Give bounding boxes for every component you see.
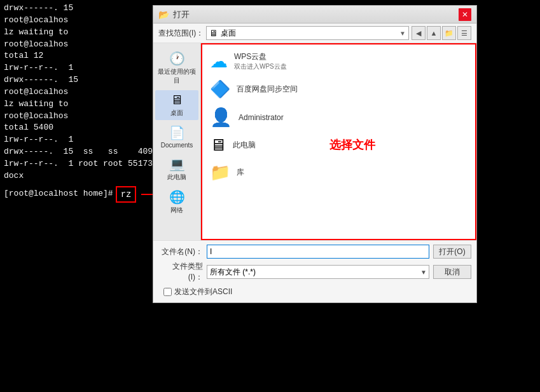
- library-name: 库: [237, 167, 244, 178]
- location-combo-arrow: ▼: [399, 30, 406, 37]
- dialog-title-area: 📂 打开: [158, 9, 190, 20]
- cancel-button[interactable]: 取消: [433, 265, 471, 279]
- sidebar-item-recent[interactable]: 🕐 最近使用的项目: [155, 48, 198, 88]
- open-button[interactable]: 打开(O): [433, 245, 471, 259]
- this-pc-info: 此电脑: [233, 140, 256, 151]
- documents-icon: 📄: [169, 125, 185, 140]
- library-icon: 📁: [210, 163, 230, 182]
- sidebar-item-network[interactable]: 🌐 网络: [155, 187, 198, 217]
- sidebar-recent-label: 最近使用的项目: [156, 67, 197, 85]
- sidebar-network-label: 网络: [170, 206, 183, 215]
- ascii-checkbox-label: 发送文件到ASCII: [174, 287, 232, 297]
- wps-cloud-icon: ☁: [210, 51, 228, 72]
- baidu-cloud-name: 百度网盘同步空间: [237, 84, 298, 95]
- filename-row: 文件名(N)： 打开(O): [158, 245, 471, 259]
- toolbar-location-label: 查找范围(I)：: [158, 28, 204, 39]
- sidebar-documents-label: Documents: [161, 142, 193, 149]
- location-combo-text: 桌面: [221, 28, 397, 39]
- wps-cloud-info: WPS云盘 双击进入WPS云盘: [234, 51, 287, 71]
- desktop-icon: 🖥: [170, 93, 183, 107]
- dialog-toolbar: 查找范围(I)： 🖥 桌面 ▼ ◀ ▲ 📁 ☰: [153, 24, 476, 43]
- file-item-administrator[interactable]: 👤 Administrator: [205, 103, 473, 132]
- toolbar-nav-buttons: ◀ ▲ 📁 ☰: [412, 26, 471, 40]
- network-icon: 🌐: [169, 189, 185, 205]
- file-item-baidu-cloud[interactable]: 🔷 百度网盘同步空间: [205, 76, 473, 103]
- checkbox-row: 发送文件到ASCII: [158, 285, 471, 299]
- toolbar-new-folder-button[interactable]: 📁: [442, 26, 456, 40]
- dialog-title-text: 打开: [173, 9, 190, 20]
- this-pc-icon: 🖥: [210, 135, 226, 155]
- rz-command-box: rz: [116, 186, 137, 203]
- dialog-title-icon: 📂: [158, 10, 169, 20]
- computer-icon: 💻: [169, 156, 185, 172]
- dialog-titlebar: 📂 打开 ✕: [153, 6, 476, 24]
- toolbar-up-button[interactable]: ▲: [427, 26, 441, 40]
- filetype-row: 文件类型(I)： ▼ 取消: [158, 261, 471, 283]
- filename-label: 文件名(N)：: [158, 247, 203, 257]
- file-item-library[interactable]: 📁 库: [205, 159, 473, 186]
- ascii-checkbox[interactable]: [163, 288, 172, 296]
- wps-cloud-desc: 双击进入WPS云盘: [234, 62, 287, 71]
- file-open-dialog[interactable]: 📂 打开 ✕ 查找范围(I)： 🖥 桌面 ▼ ◀ ▲ 📁 ☰ 🕐 最近使用的项目: [153, 5, 477, 303]
- file-item-wps-cloud[interactable]: ☁ WPS云盘 双击进入WPS云盘: [205, 47, 473, 76]
- this-pc-name: 此电脑: [233, 140, 256, 151]
- sidebar-computer-label: 此电脑: [167, 173, 186, 182]
- file-list: ☁ WPS云盘 双击进入WPS云盘 🔷 百度网盘同步空间 👤: [202, 44, 475, 189]
- location-combo[interactable]: 🖥 桌面 ▼: [206, 26, 409, 40]
- dialog-close-button[interactable]: ✕: [459, 8, 471, 21]
- dialog-body: 🕐 最近使用的项目 🖥 桌面 📄 Documents 💻 此电脑 🌐 网络: [153, 43, 476, 240]
- filename-input[interactable]: [207, 245, 429, 259]
- location-combo-icon: 🖥: [209, 28, 218, 38]
- filetype-label: 文件类型(I)：: [158, 261, 203, 283]
- file-item-this-pc[interactable]: 🖥 此电脑: [205, 132, 473, 159]
- sidebar-item-documents[interactable]: 📄 Documents: [155, 123, 198, 151]
- toolbar-view-button[interactable]: ☰: [457, 26, 471, 40]
- dialog-bottom-controls: 文件名(N)： 打开(O) 文件类型(I)： ▼ 取消 发送文件到ASCII: [153, 240, 476, 302]
- filetype-combo-wrapper: ▼: [207, 265, 429, 279]
- terminal-prompt: [root@localhost home]#: [4, 188, 113, 200]
- administrator-info: Administrator: [239, 113, 284, 122]
- sidebar-item-desktop[interactable]: 🖥 桌面: [155, 90, 198, 120]
- dialog-file-content[interactable]: 选择文件 ☁ WPS云盘 双击进入WPS云盘 🔷 百度网盘同步空间: [201, 43, 476, 240]
- baidu-cloud-icon: 🔷: [210, 79, 230, 99]
- library-info: 库: [237, 167, 244, 178]
- baidu-cloud-info: 百度网盘同步空间: [237, 84, 298, 95]
- sidebar-item-computer[interactable]: 💻 此电脑: [155, 154, 198, 184]
- dialog-sidebar: 🕐 最近使用的项目 🖥 桌面 📄 Documents 💻 此电脑 🌐 网络: [153, 43, 201, 240]
- wps-cloud-name: WPS云盘: [234, 51, 287, 62]
- sidebar-desktop-label: 桌面: [170, 109, 183, 118]
- recent-icon: 🕐: [169, 51, 185, 66]
- filetype-combo[interactable]: [207, 265, 429, 279]
- administrator-name: Administrator: [239, 113, 284, 122]
- administrator-icon: 👤: [210, 107, 232, 128]
- toolbar-back-button[interactable]: ◀: [412, 26, 426, 40]
